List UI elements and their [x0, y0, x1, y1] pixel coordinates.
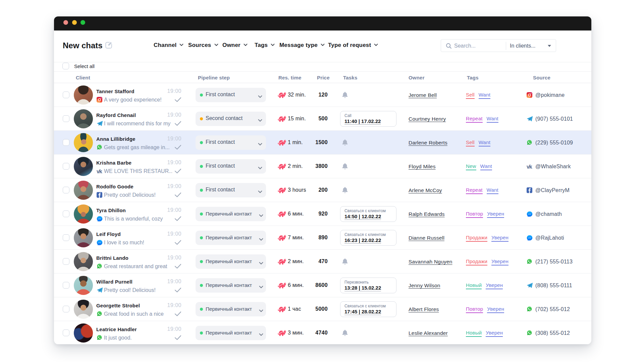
- svg-text:vk: vk: [97, 169, 102, 174]
- svg-text:vk: vk: [527, 164, 532, 170]
